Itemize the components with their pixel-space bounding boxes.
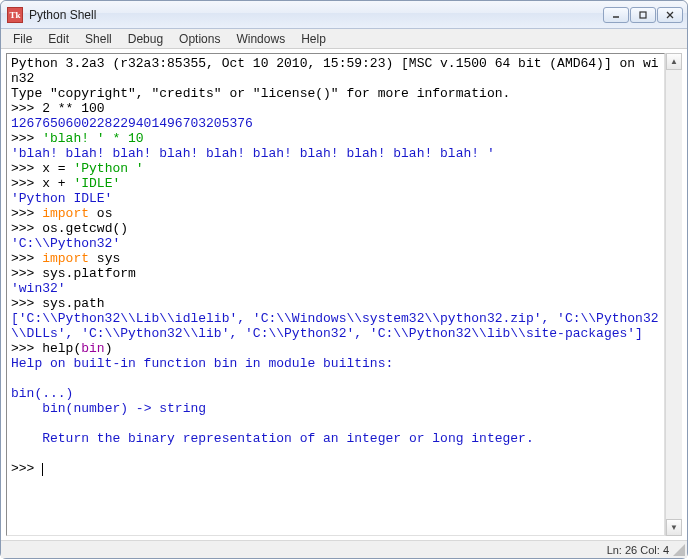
menu-options[interactable]: Options [171, 30, 228, 48]
menubar: File Edit Shell Debug Options Windows He… [1, 29, 687, 49]
input-6: os.getcwd() [42, 221, 128, 236]
prompt: >>> [11, 221, 42, 236]
banner-line-2: Type "copyright", "credits" or "license(… [11, 86, 510, 101]
window-title: Python Shell [29, 8, 603, 22]
input-7-kw: import [42, 251, 89, 266]
input-10c: ) [105, 341, 113, 356]
output-4: 'Python IDLE' [11, 191, 112, 206]
output-8: 'win32' [11, 281, 66, 296]
scroll-down-button[interactable]: ▼ [666, 519, 682, 536]
resize-grip[interactable] [673, 544, 685, 556]
menu-help[interactable]: Help [293, 30, 334, 48]
scroll-up-button[interactable]: ▲ [666, 53, 682, 70]
output-9: ['C:\\Python32\\Lib\\idlelib', 'C:\\Wind… [11, 311, 659, 341]
input-2: 'blah! ' * 10 [42, 131, 143, 146]
chevron-up-icon: ▲ [670, 57, 678, 66]
prompt: >>> [11, 341, 42, 356]
minimize-icon [611, 10, 621, 20]
shell-text[interactable]: Python 3.2a3 (r32a3:85355, Oct 10 2010, … [6, 53, 665, 536]
window-controls [603, 7, 683, 23]
banner-line-1: Python 3.2a3 (r32a3:85355, Oct 10 2010, … [11, 56, 659, 86]
titlebar[interactable]: Tk Python Shell [1, 1, 687, 29]
prompt: >>> [11, 176, 42, 191]
text-cursor [42, 463, 43, 476]
input-4b: 'IDLE' [73, 176, 120, 191]
prompt: >>> [11, 296, 42, 311]
input-5-rest: os [89, 206, 112, 221]
minimize-button[interactable] [603, 7, 629, 23]
prompt: >>> [11, 461, 42, 476]
vertical-scrollbar[interactable]: ▲ ▼ [665, 53, 682, 536]
input-3a: x = [42, 161, 73, 176]
prompt: >>> [11, 101, 42, 116]
input-10b: bin [81, 341, 104, 356]
menu-edit[interactable]: Edit [40, 30, 77, 48]
window-frame: Tk Python Shell File Edit Shell Debug Op… [0, 0, 688, 559]
close-button[interactable] [657, 7, 683, 23]
prompt: >>> [11, 251, 42, 266]
input-8: sys.platform [42, 266, 136, 281]
menu-debug[interactable]: Debug [120, 30, 171, 48]
output-2: 'blah! blah! blah! blah! blah! blah! bla… [11, 146, 495, 161]
input-3b: 'Python ' [73, 161, 143, 176]
output-1: 1267650600228229401496703205376 [11, 116, 253, 131]
statusbar: Ln: 26 Col: 4 [1, 540, 687, 558]
input-4a: x + [42, 176, 73, 191]
help-line-1: Help on built-in function bin in module … [11, 356, 393, 371]
output-6: 'C:\\Python32' [11, 236, 120, 251]
menu-windows[interactable]: Windows [228, 30, 293, 48]
input-1: 2 ** 100 [42, 101, 104, 116]
maximize-button[interactable] [630, 7, 656, 23]
help-line-2: bin(...) [11, 386, 73, 401]
svg-rect-1 [640, 12, 646, 18]
help-line-3: bin(number) -> string [11, 401, 206, 416]
scroll-track[interactable] [666, 70, 682, 519]
prompt: >>> [11, 161, 42, 176]
close-icon [665, 10, 675, 20]
input-7-rest: sys [89, 251, 120, 266]
help-line-4: Return the binary representation of an i… [11, 431, 534, 446]
chevron-down-icon: ▼ [670, 523, 678, 532]
prompt: >>> [11, 131, 42, 146]
cursor-position: Ln: 26 Col: 4 [607, 544, 669, 556]
input-5-kw: import [42, 206, 89, 221]
menu-file[interactable]: File [5, 30, 40, 48]
input-10a: help( [42, 341, 81, 356]
input-9: sys.path [42, 296, 104, 311]
editor-area: Python 3.2a3 (r32a3:85355, Oct 10 2010, … [4, 51, 684, 538]
prompt: >>> [11, 266, 42, 281]
app-icon: Tk [7, 7, 23, 23]
maximize-icon [638, 10, 648, 20]
prompt: >>> [11, 206, 42, 221]
menu-shell[interactable]: Shell [77, 30, 120, 48]
